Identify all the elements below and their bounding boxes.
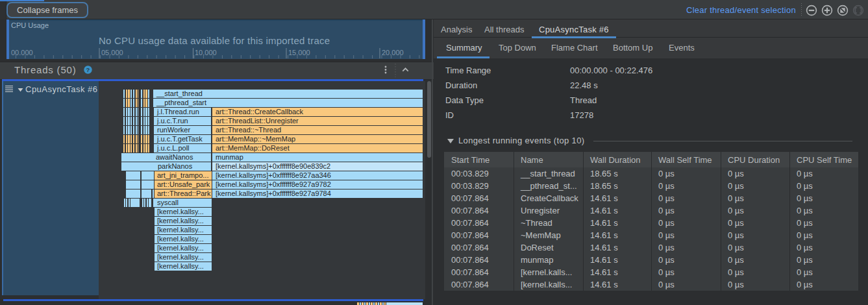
svg-text:?: ? <box>86 66 90 73</box>
